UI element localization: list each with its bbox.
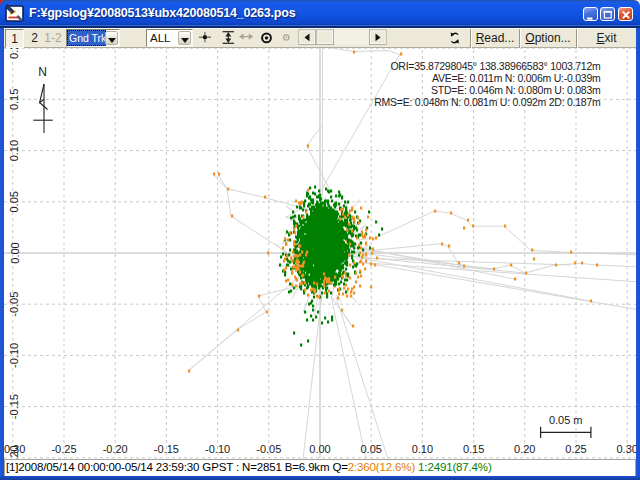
svg-text:0.25: 0.25 — [565, 443, 586, 455]
svg-text:0.20: 0.20 — [514, 443, 535, 455]
svg-text:N: N — [38, 65, 47, 79]
svg-text:-0.20: -0.20 — [103, 443, 128, 455]
svg-text:-0.15: -0.15 — [154, 443, 179, 455]
svg-text:0.05: 0.05 — [9, 191, 21, 212]
svg-text:0.00: 0.00 — [9, 242, 21, 263]
svg-text:AVE=E: 0.011m N: 0.006m U:-0.0: AVE=E: 0.011m N: 0.006m U:-0.039m — [432, 72, 601, 84]
svg-text:STD=E: 0.046m N: 0.080m U: 0.0: STD=E: 0.046m N: 0.080m U: 0.083m — [431, 84, 601, 96]
svg-text:ORI=35.87298045° 138.38966583°: ORI=35.87298045° 138.38966583° 1003.712m — [390, 60, 601, 72]
svg-text:0.15: 0.15 — [463, 443, 484, 455]
svg-text:0.05: 0.05 — [360, 443, 381, 455]
svg-text:RMS=E: 0.048m N: 0.081m U: 0.0: RMS=E: 0.048m N: 0.081m U: 0.092m 2D: 0.… — [374, 96, 601, 108]
svg-text:0.30: 0.30 — [616, 443, 636, 455]
svg-text:-0.20: -0.20 — [9, 445, 21, 459]
svg-text:-0.25: -0.25 — [51, 443, 76, 455]
svg-text:0.10: 0.10 — [9, 140, 21, 161]
svg-text:0.00: 0.00 — [309, 443, 330, 455]
svg-text:0.20: 0.20 — [9, 48, 21, 59]
svg-text:0.15: 0.15 — [9, 89, 21, 110]
svg-text:-0.05: -0.05 — [256, 443, 281, 455]
svg-text:-0.15: -0.15 — [9, 394, 21, 419]
svg-text:0.05 m: 0.05 m — [549, 414, 583, 426]
svg-text:0.10: 0.10 — [412, 443, 433, 455]
svg-text:-0.10: -0.10 — [9, 343, 21, 368]
svg-text:-0.05: -0.05 — [9, 292, 21, 317]
svg-text:-0.10: -0.10 — [205, 443, 230, 455]
